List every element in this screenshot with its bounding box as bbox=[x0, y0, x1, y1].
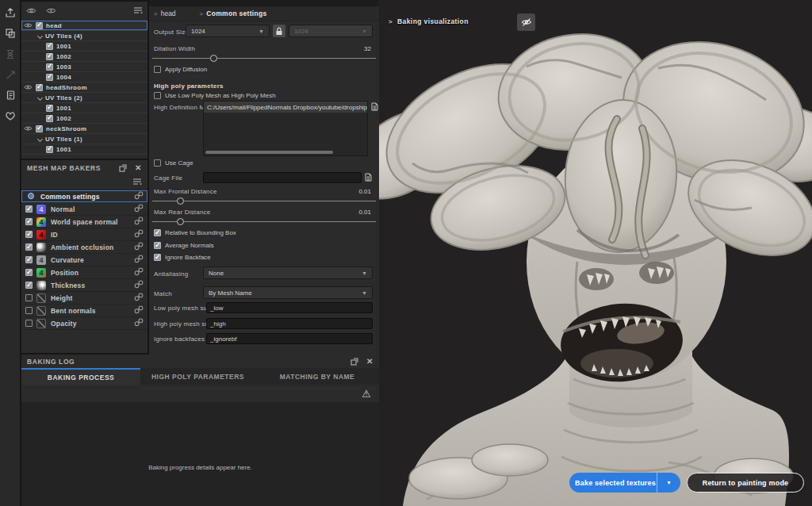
checkbox[interactable] bbox=[25, 231, 33, 238]
texture-sets-icon[interactable] bbox=[0, 25, 21, 41]
checkbox[interactable] bbox=[25, 320, 33, 327]
high-def-meshes-list[interactable]: C:/Users/mail/FlippedNormals Dropbox/you… bbox=[203, 101, 368, 156]
checkbox[interactable] bbox=[154, 254, 161, 261]
ignore-backface-checkbox[interactable]: Ignore Backface bbox=[154, 254, 211, 261]
bake-selected-textures-button[interactable]: Bake selected textures ▼ bbox=[569, 473, 680, 493]
checkbox[interactable] bbox=[154, 229, 161, 236]
baker-row-bent-normals[interactable]: Bent normals bbox=[21, 305, 147, 317]
file-browse-icon[interactable] bbox=[365, 173, 372, 182]
tree-item-tile[interactable]: 1001 bbox=[21, 144, 147, 155]
use-cage-checkbox[interactable]: Use Cage bbox=[154, 159, 193, 167]
checkbox[interactable] bbox=[46, 53, 53, 60]
show-all-eye-icon[interactable] bbox=[26, 7, 36, 16]
close-icon[interactable]: ✕ bbox=[366, 358, 373, 366]
link-icon[interactable] bbox=[134, 318, 144, 328]
apply-diffusion-checkbox[interactable]: Apply Diffusion bbox=[154, 66, 207, 73]
link-icon[interactable] bbox=[134, 217, 144, 227]
ignorebf-suffix-input[interactable] bbox=[206, 333, 373, 344]
toggle-visibility-button[interactable] bbox=[517, 13, 535, 31]
link-icon[interactable] bbox=[134, 267, 144, 278]
transform-icon[interactable] bbox=[0, 67, 21, 82]
tree-item-tile[interactable]: 1001 bbox=[21, 103, 147, 113]
baking-visualization-viewport[interactable]: > Baking visualization bbox=[379, 0, 812, 506]
baker-row-world-space-normal[interactable]: 4 World space normal bbox=[21, 216, 147, 228]
cage-file-input[interactable] bbox=[203, 172, 362, 183]
relative-bbox-checkbox[interactable]: Relative to Bounding Box bbox=[154, 229, 236, 236]
breadcrumb-head[interactable]: head bbox=[161, 10, 176, 17]
tree-group-uv-tiles[interactable]: UV Tiles (4) bbox=[21, 31, 147, 41]
tree-item-tile[interactable]: 1002 bbox=[21, 113, 147, 124]
checkbox[interactable] bbox=[25, 294, 33, 301]
baker-row-normal[interactable]: 4 Normal bbox=[21, 203, 147, 216]
high-suffix-input[interactable] bbox=[206, 318, 373, 329]
warning-icon[interactable]: ⚠ bbox=[362, 388, 371, 400]
checkbox[interactable] bbox=[25, 269, 33, 276]
slider-thumb[interactable] bbox=[177, 197, 184, 205]
tree-group-uv-tiles[interactable]: UV Tiles (1) bbox=[21, 134, 147, 144]
baker-row-thickness[interactable]: Thickness bbox=[21, 279, 147, 292]
slider-thumb[interactable] bbox=[177, 218, 184, 225]
checkbox[interactable] bbox=[46, 115, 53, 122]
tree-item-tile[interactable]: 1002 bbox=[21, 52, 147, 62]
return-to-painting-mode-button[interactable]: Return to painting mode bbox=[687, 473, 804, 493]
checkbox[interactable] bbox=[36, 22, 43, 29]
link-icon[interactable] bbox=[134, 305, 144, 316]
tree-item-headshroom[interactable]: headShroom bbox=[21, 82, 147, 93]
horizontal-scrollbar[interactable] bbox=[205, 151, 333, 154]
link-icon[interactable] bbox=[134, 242, 144, 252]
eye-icon[interactable] bbox=[24, 22, 33, 29]
tree-item-head[interactable]: head bbox=[21, 21, 147, 31]
checkbox[interactable] bbox=[46, 74, 53, 81]
file-browse-icon[interactable] bbox=[371, 102, 378, 111]
checkbox[interactable] bbox=[25, 218, 33, 225]
use-low-as-high-checkbox[interactable]: Use Low Poly Mesh as High Poly Mesh bbox=[154, 92, 276, 99]
checkbox[interactable] bbox=[46, 105, 53, 112]
link-icon[interactable] bbox=[134, 293, 144, 303]
resources-icon[interactable] bbox=[0, 87, 21, 103]
low-suffix-input[interactable] bbox=[206, 302, 373, 313]
tree-item-tile[interactable]: 1003 bbox=[21, 62, 147, 72]
checkbox[interactable] bbox=[46, 146, 53, 153]
solo-eye-icon[interactable] bbox=[46, 7, 56, 16]
tree-group-uv-tiles[interactable]: UV Tiles (2) bbox=[21, 93, 147, 103]
link-icon[interactable] bbox=[134, 191, 144, 201]
tab-baking-process[interactable]: BAKING PROCESS bbox=[21, 368, 140, 385]
bake-options-chevron[interactable]: ▼ bbox=[657, 473, 680, 493]
max-frontal-distance-slider[interactable] bbox=[152, 197, 376, 205]
baker-row-id[interactable]: 4 ID bbox=[21, 228, 147, 241]
checkbox[interactable] bbox=[25, 282, 33, 289]
tab-high-poly-parameters[interactable]: HIGH POLY PARAMETERS bbox=[140, 368, 255, 385]
checkbox[interactable] bbox=[25, 205, 33, 213]
checkbox[interactable] bbox=[25, 243, 33, 251]
baker-row-ambient-occlusion[interactable]: Ambient occlusion bbox=[21, 241, 147, 254]
tree-item-neckshroom[interactable]: neckShroom bbox=[21, 124, 147, 134]
link-icon[interactable] bbox=[134, 280, 144, 290]
assets-shelf-icon[interactable] bbox=[0, 108, 21, 124]
close-icon[interactable]: ✕ bbox=[135, 164, 142, 172]
chevron-down-icon[interactable] bbox=[37, 33, 43, 38]
eye-icon[interactable] bbox=[24, 125, 33, 132]
match-dropdown[interactable]: By Mesh Name ▼ bbox=[203, 286, 373, 299]
baker-row-opacity[interactable]: Opacity bbox=[21, 317, 147, 330]
checkbox[interactable] bbox=[154, 66, 161, 73]
chevron-down-icon[interactable] bbox=[37, 94, 43, 100]
popout-window-icon[interactable] bbox=[350, 358, 358, 366]
breadcrumb-common-settings[interactable]: Common settings bbox=[206, 10, 266, 17]
checkbox[interactable] bbox=[36, 84, 43, 91]
link-icon[interactable] bbox=[134, 204, 144, 214]
slider-thumb[interactable] bbox=[210, 55, 217, 62]
checkbox[interactable] bbox=[154, 242, 161, 249]
baker-row-curvature[interactable]: 4 Curvature bbox=[21, 254, 147, 266]
popout-window-icon[interactable] bbox=[119, 164, 127, 172]
tree-item-tile[interactable]: 1004 bbox=[21, 72, 147, 82]
baker-row-height[interactable]: Height bbox=[21, 292, 147, 305]
tree-filter-icon[interactable] bbox=[133, 6, 143, 16]
checkbox[interactable] bbox=[154, 92, 161, 99]
chevron-right-icon[interactable]: > bbox=[389, 18, 393, 25]
chevron-down-icon[interactable] bbox=[37, 136, 43, 141]
checkbox[interactable] bbox=[25, 307, 33, 314]
average-normals-checkbox[interactable]: Average Normals bbox=[154, 242, 214, 249]
antialiasing-dropdown[interactable]: None ▼ bbox=[203, 266, 373, 279]
max-rear-distance-slider[interactable] bbox=[152, 218, 376, 225]
link-icon[interactable] bbox=[134, 255, 144, 265]
